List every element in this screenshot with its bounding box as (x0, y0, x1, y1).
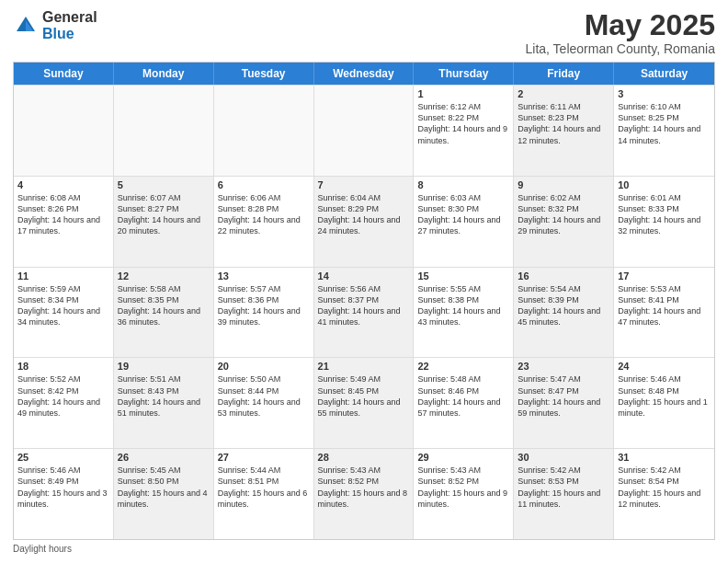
cal-row-3: 18Sunrise: 5:52 AM Sunset: 8:42 PM Dayli… (14, 357, 714, 448)
cal-cell: 28Sunrise: 5:43 AM Sunset: 8:52 PM Dayli… (314, 449, 415, 539)
cal-header-sunday: Sunday (14, 63, 114, 85)
cal-header-saturday: Saturday (614, 63, 714, 85)
day-number: 20 (218, 361, 310, 372)
cell-detail: Sunrise: 5:56 AM Sunset: 8:37 PM Dayligh… (318, 283, 410, 328)
cell-detail: Sunrise: 5:52 AM Sunset: 8:42 PM Dayligh… (17, 373, 109, 419)
day-number: 23 (518, 361, 609, 372)
cal-header-friday: Friday (514, 63, 614, 85)
cal-cell: 27Sunrise: 5:44 AM Sunset: 8:51 PM Dayli… (214, 449, 314, 539)
cell-detail: Sunrise: 5:49 AM Sunset: 8:45 PM Dayligh… (318, 373, 410, 419)
logo-blue-text: Blue (42, 26, 97, 42)
day-number: 28 (318, 452, 410, 463)
day-number: 6 (218, 179, 310, 190)
cell-detail: Sunrise: 5:46 AM Sunset: 8:49 PM Dayligh… (17, 465, 109, 510)
calendar: SundayMondayTuesdayWednesdayThursdayFrid… (13, 62, 715, 540)
cal-cell: 19Sunrise: 5:51 AM Sunset: 8:43 PM Dayli… (114, 358, 214, 448)
cal-cell: 3Sunrise: 6:10 AM Sunset: 8:25 PM Daylig… (614, 86, 714, 176)
cal-header-wednesday: Wednesday (314, 63, 415, 85)
cal-header-monday: Monday (114, 63, 214, 85)
cal-cell: 8Sunrise: 6:03 AM Sunset: 8:30 PM Daylig… (414, 177, 514, 267)
cal-cell (314, 86, 415, 176)
day-number: 25 (17, 452, 109, 463)
cal-cell: 23Sunrise: 5:47 AM Sunset: 8:47 PM Dayli… (514, 358, 614, 448)
day-number: 9 (518, 179, 609, 190)
day-number: 21 (318, 361, 410, 372)
cell-detail: Sunrise: 5:50 AM Sunset: 8:44 PM Dayligh… (218, 373, 310, 419)
day-number: 22 (417, 361, 509, 372)
cal-row-0: 1Sunrise: 6:12 AM Sunset: 8:22 PM Daylig… (14, 85, 714, 176)
cal-row-2: 11Sunrise: 5:59 AM Sunset: 8:34 PM Dayli… (14, 267, 714, 358)
day-number: 15 (417, 270, 509, 282)
day-number: 3 (618, 88, 711, 99)
cal-cell: 15Sunrise: 5:55 AM Sunset: 8:38 PM Dayli… (414, 268, 514, 358)
cell-detail: Sunrise: 5:48 AM Sunset: 8:46 PM Dayligh… (417, 373, 509, 419)
cal-cell: 17Sunrise: 5:53 AM Sunset: 8:41 PM Dayli… (614, 268, 714, 358)
day-number: 10 (618, 179, 711, 190)
cal-row-1: 4Sunrise: 6:08 AM Sunset: 8:26 PM Daylig… (14, 176, 714, 267)
cal-cell: 18Sunrise: 5:52 AM Sunset: 8:42 PM Dayli… (14, 358, 114, 448)
cal-cell: 14Sunrise: 5:56 AM Sunset: 8:37 PM Dayli… (314, 268, 415, 358)
cal-cell: 20Sunrise: 5:50 AM Sunset: 8:44 PM Dayli… (214, 358, 314, 448)
logo-text: General Blue (42, 9, 97, 41)
day-number: 24 (618, 361, 711, 372)
day-number: 19 (118, 361, 210, 372)
cal-cell: 4Sunrise: 6:08 AM Sunset: 8:26 PM Daylig… (14, 177, 114, 267)
cell-detail: Sunrise: 5:45 AM Sunset: 8:50 PM Dayligh… (118, 465, 210, 510)
day-number: 8 (417, 179, 509, 190)
cal-cell: 12Sunrise: 5:58 AM Sunset: 8:35 PM Dayli… (114, 268, 214, 358)
cal-cell: 2Sunrise: 6:11 AM Sunset: 8:23 PM Daylig… (514, 86, 614, 176)
cal-cell: 11Sunrise: 5:59 AM Sunset: 8:34 PM Dayli… (14, 268, 114, 358)
day-number: 27 (218, 452, 310, 463)
cell-detail: Sunrise: 5:44 AM Sunset: 8:51 PM Dayligh… (218, 465, 310, 510)
cal-cell: 10Sunrise: 6:01 AM Sunset: 8:33 PM Dayli… (614, 177, 714, 267)
cell-detail: Sunrise: 6:04 AM Sunset: 8:29 PM Dayligh… (318, 192, 410, 237)
day-number: 14 (318, 270, 410, 282)
cal-cell (14, 86, 114, 176)
cell-detail: Sunrise: 5:42 AM Sunset: 8:54 PM Dayligh… (618, 465, 711, 510)
day-number: 7 (318, 179, 410, 190)
cal-row-4: 25Sunrise: 5:46 AM Sunset: 8:49 PM Dayli… (14, 448, 714, 539)
cal-cell: 6Sunrise: 6:06 AM Sunset: 8:28 PM Daylig… (214, 177, 314, 267)
cell-detail: Sunrise: 5:57 AM Sunset: 8:36 PM Dayligh… (218, 283, 310, 328)
cal-header-thursday: Thursday (414, 63, 514, 85)
cell-detail: Sunrise: 6:06 AM Sunset: 8:28 PM Dayligh… (218, 192, 310, 237)
cell-detail: Sunrise: 5:53 AM Sunset: 8:41 PM Dayligh… (618, 283, 711, 328)
cell-detail: Sunrise: 5:46 AM Sunset: 8:48 PM Dayligh… (618, 373, 711, 419)
location: Lita, Teleorman County, Romania (526, 41, 715, 56)
cal-cell: 7Sunrise: 6:04 AM Sunset: 8:29 PM Daylig… (314, 177, 415, 267)
cal-cell: 24Sunrise: 5:46 AM Sunset: 8:48 PM Dayli… (614, 358, 714, 448)
cal-cell: 31Sunrise: 5:42 AM Sunset: 8:54 PM Dayli… (614, 449, 714, 539)
day-number: 2 (518, 88, 609, 99)
cal-cell: 25Sunrise: 5:46 AM Sunset: 8:49 PM Dayli… (14, 449, 114, 539)
cell-detail: Sunrise: 5:47 AM Sunset: 8:47 PM Dayligh… (518, 373, 609, 419)
logo-icon (13, 13, 39, 39)
cal-cell (214, 86, 314, 176)
day-number: 31 (618, 452, 711, 463)
day-number: 29 (417, 452, 509, 463)
cal-cell: 5Sunrise: 6:07 AM Sunset: 8:27 PM Daylig… (114, 177, 214, 267)
cell-detail: Sunrise: 5:51 AM Sunset: 8:43 PM Dayligh… (118, 373, 210, 419)
cell-detail: Sunrise: 6:12 AM Sunset: 8:22 PM Dayligh… (417, 101, 509, 146)
month-title: May 2025 (526, 9, 715, 41)
cell-detail: Sunrise: 6:07 AM Sunset: 8:27 PM Dayligh… (118, 192, 210, 237)
cell-detail: Sunrise: 5:58 AM Sunset: 8:35 PM Dayligh… (118, 283, 210, 328)
calendar-header-row: SundayMondayTuesdayWednesdayThursdayFrid… (14, 63, 714, 85)
calendar-body: 1Sunrise: 6:12 AM Sunset: 8:22 PM Daylig… (14, 85, 714, 539)
cell-detail: Sunrise: 5:43 AM Sunset: 8:52 PM Dayligh… (417, 465, 509, 510)
cal-cell: 21Sunrise: 5:49 AM Sunset: 8:45 PM Dayli… (314, 358, 415, 448)
cal-header-tuesday: Tuesday (214, 63, 314, 85)
day-number: 5 (118, 179, 210, 190)
day-number: 26 (118, 452, 210, 463)
cal-cell (114, 86, 214, 176)
cell-detail: Sunrise: 5:55 AM Sunset: 8:38 PM Dayligh… (417, 283, 509, 328)
day-number: 17 (618, 270, 711, 282)
logo: General Blue (13, 9, 97, 41)
cell-detail: Sunrise: 6:02 AM Sunset: 8:32 PM Dayligh… (518, 192, 609, 237)
day-number: 18 (17, 361, 109, 372)
title-area: May 2025 Lita, Teleorman County, Romania (526, 9, 715, 56)
cell-detail: Sunrise: 6:08 AM Sunset: 8:26 PM Dayligh… (17, 192, 109, 237)
cell-detail: Sunrise: 5:59 AM Sunset: 8:34 PM Dayligh… (17, 283, 109, 328)
day-number: 16 (518, 270, 609, 282)
cal-cell: 30Sunrise: 5:42 AM Sunset: 8:53 PM Dayli… (514, 449, 614, 539)
cal-cell: 29Sunrise: 5:43 AM Sunset: 8:52 PM Dayli… (414, 449, 514, 539)
